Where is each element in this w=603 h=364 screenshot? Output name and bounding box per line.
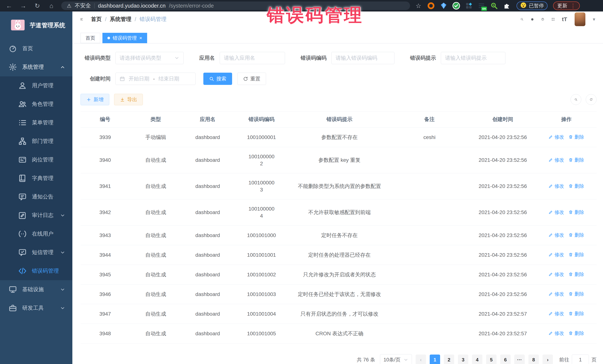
browser-update-button[interactable]: 更新 ⋮ xyxy=(553,1,580,10)
sidebar-item-9[interactable]: 审计日志 xyxy=(0,206,72,225)
user-menu-caret-icon[interactable]: ▾ xyxy=(593,16,595,22)
sidebar-item-2[interactable]: 用户管理 xyxy=(0,76,72,95)
edit-link[interactable]: 修改 xyxy=(548,310,564,317)
green-magnifier-extension-icon[interactable] xyxy=(490,1,498,10)
edit-link[interactable]: 修改 xyxy=(548,251,564,258)
export-button[interactable]: 导出 xyxy=(114,94,143,105)
orange-ring-extension-icon[interactable] xyxy=(427,1,435,10)
delete-link[interactable]: 删除 xyxy=(568,209,584,216)
edit-link[interactable]: 修改 xyxy=(548,290,564,298)
sidebar-item-12[interactable]: 错误码管理 xyxy=(0,262,72,280)
row-tip: 不能删除类型为系统内置的参数配置 xyxy=(289,173,389,199)
sidebar-item-0[interactable]: 首页 xyxy=(0,39,72,58)
error-message-input[interactable] xyxy=(441,52,505,64)
delete-link[interactable]: 删除 xyxy=(568,156,584,164)
sidebar-item-13[interactable]: 基础设施 xyxy=(0,280,72,299)
bookmark-star-icon[interactable]: ☆ xyxy=(416,2,421,10)
sidebar-logo-row[interactable]: 芋道管理系统 xyxy=(0,11,72,39)
dark-list-extension-icon[interactable]: on xyxy=(477,1,486,10)
sidebar-item-5[interactable]: 部门管理 xyxy=(0,132,72,151)
reset-button[interactable]: 重置 xyxy=(237,73,266,85)
delete-link[interactable]: 删除 xyxy=(568,330,584,337)
delete-link[interactable]: 删除 xyxy=(568,290,584,298)
main-panel: 首页/系统管理/错误码管理 tT ▾ 首页错误码管理× 错误码类型 请选择错误码… xyxy=(72,11,603,364)
tab-0[interactable]: 首页 xyxy=(81,33,100,43)
page-number-button[interactable]: 1 xyxy=(430,354,440,364)
close-icon[interactable]: × xyxy=(139,36,142,40)
prev-page-button[interactable]: ‹ xyxy=(416,354,426,364)
delete-link[interactable]: 删除 xyxy=(568,133,584,141)
page-ellipsis-button[interactable]: ··· xyxy=(514,354,525,364)
tab-1[interactable]: 错误码管理× xyxy=(103,33,147,43)
sidebar-item-3[interactable]: 角色管理 xyxy=(0,95,72,113)
edit-link[interactable]: 修改 xyxy=(548,133,564,141)
sidebar-item-10[interactable]: 在线用户 xyxy=(0,225,72,243)
delete-link[interactable]: 删除 xyxy=(568,183,584,190)
add-button[interactable]: 新增 xyxy=(81,94,109,105)
delete-link[interactable]: 删除 xyxy=(568,251,584,258)
edit-link[interactable]: 修改 xyxy=(548,330,564,337)
breadcrumb-item[interactable]: 系统管理 xyxy=(110,16,131,23)
sidebar-collapse-icon[interactable] xyxy=(80,18,83,21)
sidebar-item-14[interactable]: 研发工具 xyxy=(0,299,72,317)
page-number-button[interactable]: 5 xyxy=(486,354,497,364)
github-icon[interactable] xyxy=(531,18,534,21)
goto-page-input[interactable] xyxy=(572,354,589,364)
browser-back-icon[interactable]: ← xyxy=(5,0,13,11)
search-button[interactable]: 搜索 xyxy=(203,73,232,85)
browser-forward-icon[interactable]: → xyxy=(19,0,27,11)
edit-link[interactable]: 修改 xyxy=(548,183,564,190)
row-app: dashboard xyxy=(182,285,234,304)
blue-gem-extension-icon[interactable] xyxy=(439,1,448,10)
user-avatar[interactable] xyxy=(575,12,585,26)
edit-link[interactable]: 修改 xyxy=(548,232,564,239)
row-tip: 定时任务不存在 xyxy=(289,226,389,245)
page-content: 错误码类型 请选择错误码类型 应用名 错误码编码 xyxy=(72,43,603,364)
trash-icon xyxy=(568,253,573,257)
sidebar-item-7[interactable]: 字典管理 xyxy=(0,169,72,188)
next-page-button[interactable]: › xyxy=(543,354,553,364)
page-number-button[interactable]: 4 xyxy=(472,354,482,364)
header-search-icon[interactable] xyxy=(521,18,523,21)
help-icon[interactable] xyxy=(541,18,544,21)
edit-link[interactable]: 修改 xyxy=(548,271,564,278)
page-number-button[interactable]: 6 xyxy=(500,354,510,364)
edit-link[interactable]: 修改 xyxy=(548,209,564,216)
green-circle-extension-icon[interactable] xyxy=(452,1,461,10)
app-name-input[interactable] xyxy=(220,52,285,64)
page-number-button[interactable]: 2 xyxy=(444,354,454,364)
date-range-picker[interactable]: 开始日期 - 结束日期 xyxy=(116,73,196,85)
page-size-select[interactable]: 10条/页 xyxy=(380,354,412,364)
toggle-search-button[interactable] xyxy=(570,94,581,105)
sidebar-item-11[interactable]: 短信管理 xyxy=(0,243,72,262)
error-type-select[interactable]: 请选择错误码类型 xyxy=(116,52,184,64)
row-tip: 只允许修改为开启或者关闭状态 xyxy=(289,265,389,285)
row-tip: 参数配置 key 重复 xyxy=(289,147,389,173)
infrastructure-icon xyxy=(9,285,17,294)
browser-reload-icon[interactable]: ↻ xyxy=(33,0,42,11)
sidebar-item-1[interactable]: 系统管理 xyxy=(0,58,72,76)
page-number-button[interactable]: 3 xyxy=(458,354,468,364)
font-size-icon[interactable]: tT xyxy=(562,16,567,22)
sidebar-item-8[interactable]: 通知公告 xyxy=(0,188,72,206)
edit-link[interactable]: 修改 xyxy=(548,156,564,164)
delete-link[interactable]: 删除 xyxy=(568,232,584,239)
browser-menu-kebab-icon[interactable]: ⋮ xyxy=(570,3,576,9)
row-type: 手动编辑 xyxy=(130,128,182,147)
fullscreen-icon[interactable] xyxy=(552,18,555,21)
error-code-input[interactable] xyxy=(332,52,394,64)
sidebar-item-4[interactable]: 菜单管理 xyxy=(0,113,72,132)
tab-label: 首页 xyxy=(86,35,95,41)
page-number-button[interactable]: 8 xyxy=(528,354,539,364)
refresh-table-button[interactable] xyxy=(586,94,596,105)
breadcrumb-item[interactable]: 首页 xyxy=(91,16,102,23)
sidebar-item-label: 首页 xyxy=(22,45,33,52)
sidebar-item-6[interactable]: 岗位管理 xyxy=(0,151,72,169)
delete-link[interactable]: 删除 xyxy=(568,310,584,317)
row-code: 1001000001 xyxy=(234,128,289,147)
paused-extension-pill[interactable]: 已暂停 xyxy=(517,1,547,10)
browser-home-icon[interactable]: ⌂ xyxy=(47,0,56,11)
delete-link[interactable]: 删除 xyxy=(568,271,584,278)
white-puzzle-extension-icon[interactable] xyxy=(502,1,511,10)
grid-extension-icon[interactable] xyxy=(464,1,473,10)
